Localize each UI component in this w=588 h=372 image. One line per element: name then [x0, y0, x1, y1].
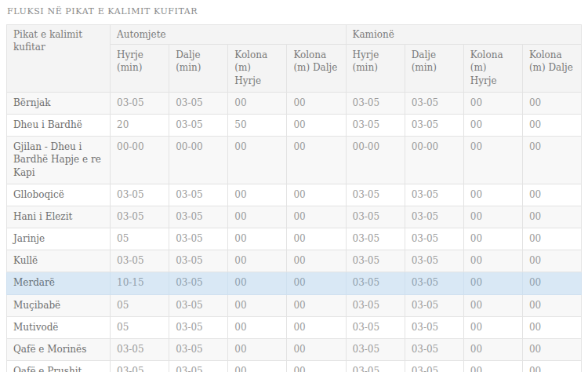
flux-value-cell: 00: [463, 316, 522, 338]
crossing-point-name: Qafë e Morinës: [7, 339, 111, 361]
flux-value-cell: 00: [228, 294, 287, 316]
table-row: Hani i Elezit03-0503-05000003-0503-05000…: [7, 206, 582, 228]
table-row: Gjilan - Dheu i Bardhë Hapje e re Kapi00…: [7, 137, 582, 184]
flux-value-cell: 03-05: [169, 272, 228, 294]
flux-value-cell: 03-05: [405, 272, 463, 294]
flux-value-cell: 03-05: [405, 339, 463, 361]
table-row: Muçibabë0503-05000003-0503-050000: [7, 294, 582, 316]
flux-value-cell: 00: [228, 206, 287, 228]
flux-value-cell: 00: [463, 339, 522, 361]
flux-value-cell: 03-05: [111, 184, 169, 206]
flux-value-cell: 00: [463, 206, 522, 228]
header-group-row: Pikat e kalimit kufitar Automjete Kamion…: [7, 25, 582, 45]
flux-value-cell: 00: [287, 228, 346, 250]
column-header-auto-dalje: Dalje (min): [169, 45, 228, 93]
flux-value-cell: 03-05: [405, 228, 463, 250]
flux-value-cell: 00: [522, 184, 581, 206]
flux-value-cell: 00: [228, 272, 287, 294]
flux-value-cell: 00: [522, 92, 581, 114]
flux-value-cell: 00: [463, 137, 522, 184]
flux-value-cell: 10-15: [111, 272, 169, 294]
flux-value-cell: 03-05: [405, 316, 463, 338]
flux-value-cell: 05: [111, 228, 169, 250]
flux-value-cell: 00: [522, 361, 581, 372]
crossing-point-name: Gjilan - Dheu i Bardhë Hapje e re Kapi: [7, 137, 111, 184]
flux-value-cell: 00: [287, 137, 346, 184]
column-header-auto-kolona-dalje: Kolona (m) Dalje: [287, 45, 346, 93]
flux-value-cell: 03-05: [405, 206, 463, 228]
flux-value-cell: 00: [228, 184, 287, 206]
flux-value-cell: 03-05: [111, 339, 169, 361]
flux-value-cell: 00: [287, 206, 346, 228]
flux-value-cell: 00-00: [405, 137, 463, 184]
flux-value-cell: 00: [522, 272, 581, 294]
flux-value-cell: 00: [463, 294, 522, 316]
flux-value-cell: 03-05: [346, 294, 405, 316]
table-header: Pikat e kalimit kufitar Automjete Kamion…: [7, 25, 582, 93]
flux-value-cell: 00-00: [169, 137, 228, 184]
flux-value-cell: 00: [522, 316, 581, 338]
flux-value-cell: 03-05: [169, 294, 228, 316]
flux-value-cell: 00: [522, 206, 581, 228]
column-header-auto-kolona-hyrje: Kolona (m) Hyrje: [228, 45, 287, 93]
flux-value-cell: 00: [287, 316, 346, 338]
flux-value-cell: 00: [287, 361, 346, 372]
crossing-point-name: Hani i Elezit: [7, 206, 111, 228]
column-header-kamion-kolona-dalje: Kolona (m) Dalje: [522, 45, 581, 93]
crossing-point-name: Mutivodë: [7, 316, 111, 338]
flux-value-cell: 03-05: [346, 316, 405, 338]
flux-value-cell: 20: [111, 114, 169, 136]
column-header-kamion-hyrje: Hyrje (min): [346, 45, 405, 93]
border-crossing-flux-page: FLUKSI NË PIKAT E KALIMIT KUFITAR Pikat …: [0, 0, 588, 372]
crossing-point-name: Kullë: [7, 250, 111, 272]
flux-value-cell: 00: [287, 272, 346, 294]
flux-value-cell: 03-05: [346, 228, 405, 250]
flux-value-cell: 00: [522, 137, 581, 184]
column-group-automjete: Automjete: [111, 25, 347, 45]
table-row: Qafë e Morinës03-0503-05000003-0503-0500…: [7, 339, 582, 361]
flux-value-cell: 00-00: [346, 137, 405, 184]
flux-value-cell: 03-05: [169, 339, 228, 361]
flux-value-cell: 05: [111, 316, 169, 338]
table-row: Jarinje0503-05000003-0503-050000: [7, 228, 582, 250]
flux-value-cell: 03-05: [111, 206, 169, 228]
flux-value-cell: 03-05: [111, 361, 169, 372]
crossing-point-name: Qafë e Prushit: [7, 361, 111, 372]
flux-value-cell: 03-05: [405, 294, 463, 316]
column-group-kamione: Kamionë: [346, 25, 582, 45]
flux-value-cell: 00: [287, 294, 346, 316]
flux-value-cell: 03-05: [169, 184, 228, 206]
flux-value-cell: 03-05: [169, 92, 228, 114]
flux-value-cell: 00: [463, 250, 522, 272]
table-row: Mutivodë0503-05000003-0503-050000: [7, 316, 582, 338]
flux-value-cell: 03-05: [346, 184, 405, 206]
flux-value-cell: 00: [228, 228, 287, 250]
flux-value-cell: 00: [522, 339, 581, 361]
flux-value-cell: 00: [287, 250, 346, 272]
flux-value-cell: 00: [522, 250, 581, 272]
flux-value-cell: 03-05: [111, 250, 169, 272]
flux-value-cell: 00: [463, 114, 522, 136]
flux-value-cell: 00: [228, 92, 287, 114]
crossing-point-name: Merdarë: [7, 272, 111, 294]
table-row: Glloboqicë03-0503-05000003-0503-050000: [7, 184, 582, 206]
column-header-kamion-kolona-hyrje: Kolona (m) Hyrje: [463, 45, 522, 93]
flux-value-cell: 00: [287, 92, 346, 114]
flux-value-cell: 00-00: [111, 137, 169, 184]
table-row: Bërnjak03-0503-05000003-0503-050000: [7, 92, 582, 114]
flux-value-cell: 03-05: [346, 114, 405, 136]
flux-value-cell: 03-05: [346, 92, 405, 114]
crossing-point-name: Bërnjak: [7, 92, 111, 114]
flux-value-cell: 00: [228, 316, 287, 338]
flux-value-cell: 03-05: [405, 361, 463, 372]
flux-value-cell: 00: [228, 361, 287, 372]
flux-value-cell: 00: [522, 228, 581, 250]
flux-value-cell: 03-05: [169, 316, 228, 338]
flux-value-cell: 03-05: [405, 114, 463, 136]
flux-value-cell: 03-05: [111, 92, 169, 114]
flux-value-cell: 03-05: [346, 339, 405, 361]
flux-value-cell: 00: [228, 250, 287, 272]
flux-value-cell: 00: [463, 228, 522, 250]
flux-value-cell: 03-05: [169, 114, 228, 136]
flux-value-cell: 00: [287, 339, 346, 361]
